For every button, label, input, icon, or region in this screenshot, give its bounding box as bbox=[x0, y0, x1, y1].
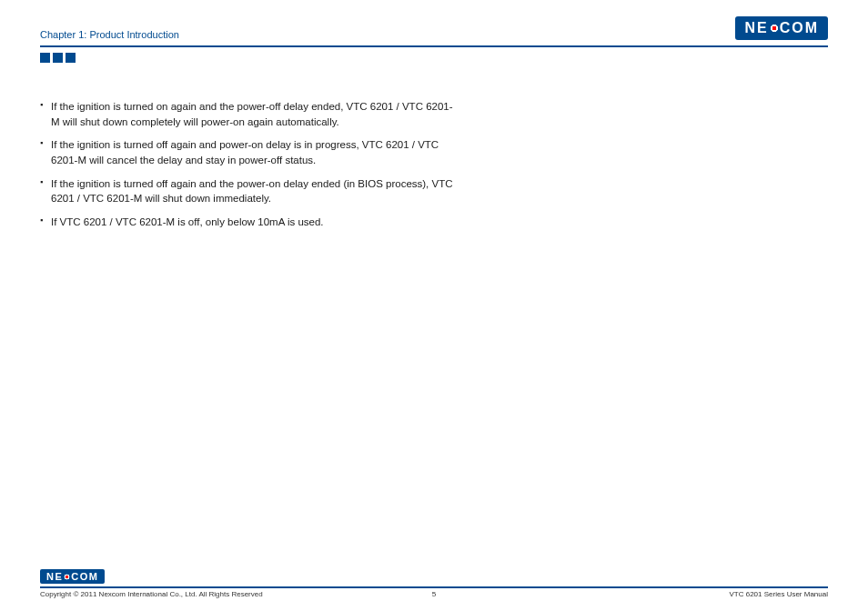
footer: NECOM Copyright © 2011 Nexcom Internatio… bbox=[40, 567, 828, 598]
list-item: If the ignition is turned off again and … bbox=[40, 176, 459, 206]
bullet-list: If the ignition is turned on again and t… bbox=[40, 99, 459, 230]
logo-text-left: NE bbox=[46, 571, 63, 582]
header-rule bbox=[40, 45, 828, 47]
square-icon bbox=[53, 53, 63, 63]
square-icon bbox=[40, 53, 50, 63]
logo-dot-icon bbox=[64, 574, 70, 580]
footer-row: Copyright © 2011 Nexcom International Co… bbox=[40, 590, 828, 598]
square-icon bbox=[66, 53, 76, 63]
logo-text-left: NE bbox=[744, 20, 768, 36]
chapter-title: Chapter 1: Product Introduction bbox=[40, 29, 179, 40]
manual-title: VTC 6201 Series User Manual bbox=[730, 590, 829, 598]
page-number: 5 bbox=[432, 590, 436, 598]
content-area: If the ignition is turned on again and t… bbox=[40, 63, 459, 230]
list-item: If the ignition is turned on again and t… bbox=[40, 99, 459, 129]
list-item: If VTC 6201 / VTC 6201-M is off, only be… bbox=[40, 215, 459, 230]
decorative-squares bbox=[40, 53, 828, 63]
logo-dot-icon bbox=[770, 24, 779, 33]
nexcom-logo-bottom: NECOM bbox=[40, 569, 105, 584]
nexcom-logo-top: NECOM bbox=[735, 16, 828, 40]
list-item: If the ignition is turned off again and … bbox=[40, 137, 459, 167]
logo-text-right: COM bbox=[780, 20, 819, 36]
header-row: Chapter 1: Product Introduction NECOM bbox=[40, 16, 828, 44]
footer-rule bbox=[40, 586, 828, 588]
logo-text-right: COM bbox=[71, 571, 98, 582]
copyright-text: Copyright © 2011 Nexcom International Co… bbox=[40, 590, 263, 598]
